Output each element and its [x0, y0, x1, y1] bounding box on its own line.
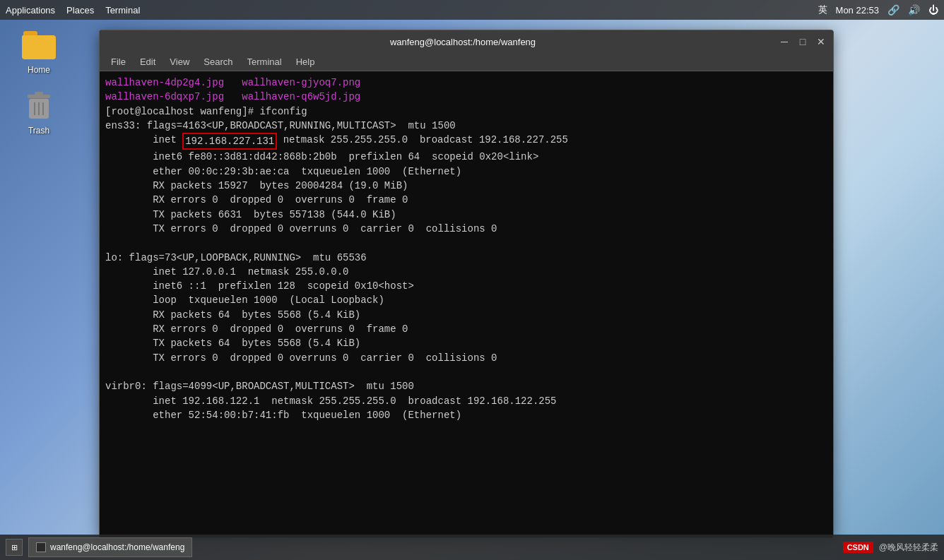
trash-icon [22, 89, 56, 123]
csdn-badge: CSDN [843, 542, 873, 553]
menu-help[interactable]: Help [290, 55, 321, 68]
ip-address-highlight: 192.168.227.131 [182, 133, 277, 150]
menu-file[interactable]: File [105, 55, 131, 68]
network-icon[interactable]: 🔗 [887, 4, 899, 16]
lo-rx-errors-line: RX errors 0 dropped 0 overruns 0 frame 0 [105, 322, 827, 336]
lo-tx-errors-line: TX errors 0 dropped 0 overruns 0 carrier… [105, 351, 827, 365]
terminal-menu[interactable]: Terminal [105, 5, 140, 16]
desktop-icon-trash[interactable]: Trash [14, 89, 64, 136]
terminal-content[interactable]: wallhaven-4dp2g4.jpg wallhaven-gjyoq7.pn… [100, 71, 833, 537]
close-button[interactable]: ✕ [815, 35, 827, 48]
inet-prefix: inet [105, 133, 182, 150]
applications-menu[interactable]: Applications [6, 5, 55, 16]
lo-tx-packets-line: TX packets 64 bytes 5568 (5.4 KiB) [105, 336, 827, 350]
taskbar-bottom: ⊞ wanfeng@localhost:/home/wanfeng CSDN @… [0, 535, 944, 560]
home-icon-label: Home [28, 65, 50, 75]
taskbar-terminal-item[interactable]: wanfeng@localhost:/home/wanfeng [28, 537, 192, 557]
output-line-2: wallhaven-6dqxp7.jpg wallhaven-q6w5jd.jp… [105, 90, 827, 104]
lo-line: lo: flags=73<UP,LOOPBACK,RUNNING> mtu 65… [105, 251, 827, 265]
taskbar-top-left: Applications Places Terminal [6, 5, 140, 16]
empty-line-2 [105, 365, 827, 379]
menu-terminal[interactable]: Terminal [242, 55, 288, 68]
prompt-line: [root@localhost wanfeng]# ifconfig [105, 105, 827, 119]
prompt-text: [root@localhost wanfeng]# ifconfig [105, 105, 307, 119]
clock: Mon 22:53 [836, 5, 879, 16]
ether-line: ether 00:0c:29:3b:ae:ca txqueuelen 1000 … [105, 165, 827, 179]
author-label: @晚风轻轻柔柔 [879, 542, 938, 554]
rx-packets-line: RX packets 15927 bytes 20004284 (19.0 Mi… [105, 179, 827, 193]
svg-rect-1 [35, 92, 43, 95]
output-line-1: wallhaven-4dp2g4.jpg wallhaven-gjyoq7.pn… [105, 76, 827, 90]
terminal-titlebar: wanfeng@localhost:/home/wanfeng ─ □ ✕ [100, 30, 833, 53]
taskbar-top-right: 英 Mon 22:53 🔗 🔊 ⏻ [818, 4, 938, 16]
lo-rx-packets-line: RX packets 64 bytes 5568 (5.4 KiB) [105, 308, 827, 322]
taskbar-top: Applications Places Terminal 英 Mon 22:53… [0, 0, 944, 20]
places-menu[interactable]: Places [66, 5, 94, 16]
minimize-button[interactable]: ─ [778, 35, 791, 48]
lo-loop-line: loop txqueuelen 1000 (Local Loopback) [105, 293, 827, 307]
volume-icon[interactable]: 🔊 [908, 4, 920, 16]
terminal-taskbar-icon [36, 542, 46, 552]
terminal-window: wanfeng@localhost:/home/wanfeng ─ □ ✕ Fi… [99, 30, 834, 538]
menu-edit[interactable]: Edit [134, 55, 161, 68]
ens33-flags: ens33: flags=4163<UP,BROADCAST,RUNNING,M… [105, 119, 456, 133]
taskbar-bottom-right: CSDN @晚风轻轻柔柔 [843, 542, 938, 554]
virbr0-inet-line: inet 192.168.122.1 netmask 255.255.255.0… [105, 394, 827, 408]
virbr0-line: virbr0: flags=4099<UP,BROADCAST,MULTICAS… [105, 379, 827, 393]
power-icon[interactable]: ⏻ [928, 4, 938, 16]
ens33-line: ens33: flags=4163<UP,BROADCAST,RUNNING,M… [105, 119, 827, 133]
inet6-line: inet6 fe80::3d81:dd42:868b:2b0b prefixle… [105, 150, 827, 164]
filename-2: wallhaven-6dqxp7.jpg wallhaven-q6w5jd.jp… [105, 90, 360, 104]
virbr0-ether-line: ether 52:54:00:b7:41:fb txqueuelen 1000 … [105, 408, 827, 422]
rx-errors-line: RX errors 0 dropped 0 overruns 0 frame 0 [105, 193, 827, 207]
lo-inet-line: inet 127.0.0.1 netmask 255.0.0.0 [105, 265, 827, 279]
terminal-menubar: File Edit View Search Terminal Help [100, 53, 833, 71]
tx-errors-line: TX errors 0 dropped 0 overruns 0 carrier… [105, 222, 827, 236]
empty-line-1 [105, 236, 827, 250]
expand-button[interactable]: ⊞ [6, 539, 23, 556]
trash-icon-label: Trash [28, 126, 49, 136]
filename-1: wallhaven-4dp2g4.jpg wallhaven-gjyoq7.pn… [105, 76, 360, 90]
desktop-icons: Home Trash [14, 28, 64, 136]
maximize-button[interactable]: □ [796, 35, 809, 48]
terminal-title: wanfeng@localhost:/home/wanfeng [148, 37, 778, 47]
inet-line: inet 192.168.227.131 netmask 255.255.255… [105, 133, 827, 150]
window-controls: ─ □ ✕ [778, 35, 827, 48]
input-method-indicator: 英 [818, 4, 827, 16]
desktop-icon-home[interactable]: Home [14, 28, 64, 75]
tx-packets-line: TX packets 6631 bytes 557138 (544.0 KiB) [105, 208, 827, 222]
lo-inet6-line: inet6 ::1 prefixlen 128 scopeid 0x10<hos… [105, 279, 827, 293]
taskbar-bottom-left: ⊞ wanfeng@localhost:/home/wanfeng [6, 537, 192, 557]
inet-suffix: netmask 255.255.255.0 broadcast 192.168.… [277, 133, 568, 150]
menu-view[interactable]: View [164, 55, 195, 68]
desktop: Applications Places Terminal 英 Mon 22:53… [0, 0, 944, 560]
menu-search[interactable]: Search [198, 55, 238, 68]
taskbar-window-title: wanfeng@localhost:/home/wanfeng [50, 542, 184, 552]
home-folder-icon [22, 28, 56, 62]
